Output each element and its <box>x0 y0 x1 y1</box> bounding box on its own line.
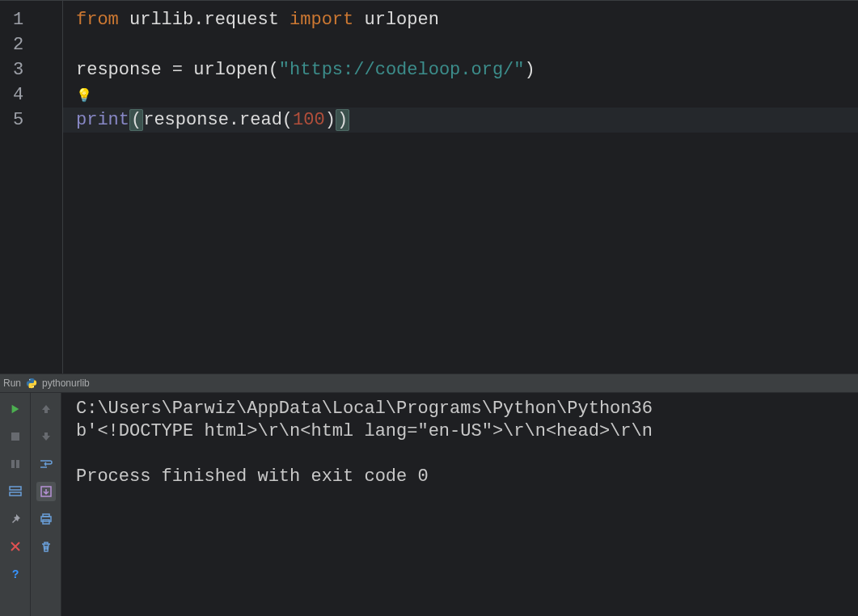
clear-all-button[interactable] <box>36 537 56 556</box>
line-number: 2 <box>13 32 62 57</box>
pause-button[interactable] <box>6 454 25 474</box>
run-toolbar-left: ? <box>0 393 31 616</box>
pin-button[interactable] <box>6 509 25 529</box>
svg-rect-2 <box>11 432 19 441</box>
code-line-3[interactable]: response = urlopen("https://codeloop.org… <box>76 57 858 82</box>
rerun-button[interactable] <box>6 399 25 419</box>
line-number: 5 <box>13 108 62 133</box>
intention-bulb-icon[interactable]: 💡 <box>76 84 92 109</box>
help-button[interactable]: ? <box>6 564 25 584</box>
svg-rect-5 <box>10 487 21 490</box>
code-editor[interactable]: 1 2 3 4 5 from urllib.request import url… <box>0 0 858 373</box>
arrow-up-button[interactable] <box>36 399 56 419</box>
code-area[interactable]: from urllib.request import urlopen respo… <box>63 1 858 373</box>
run-tool-window-header[interactable]: Run pythonurlib <box>0 373 858 393</box>
svg-rect-3 <box>11 460 15 468</box>
scroll-to-end-button[interactable] <box>36 482 56 501</box>
arrow-down-button[interactable] <box>36 427 56 446</box>
svg-text:?: ? <box>12 568 19 580</box>
line-number: 3 <box>13 57 62 82</box>
stop-button[interactable] <box>6 427 25 446</box>
svg-rect-4 <box>16 460 19 468</box>
run-toolbar-right <box>31 393 61 616</box>
code-line-2[interactable] <box>76 32 858 57</box>
console-line: b'<!DOCTYPE html>\r\n<html lang="en-US">… <box>76 421 653 441</box>
svg-rect-6 <box>10 492 21 496</box>
svg-point-0 <box>29 379 30 380</box>
svg-point-1 <box>33 386 34 387</box>
python-icon <box>26 378 37 389</box>
line-number: 1 <box>13 7 62 32</box>
run-config-name[interactable]: pythonurlib <box>42 378 90 389</box>
layout-button[interactable] <box>6 482 25 501</box>
line-number-gutter: 1 2 3 4 5 <box>0 1 63 373</box>
console-line: C:\Users\Parwiz\AppData\Local\Programs\P… <box>76 399 653 419</box>
run-console-panel: ? C:\Users\Parwiz\AppData\Local\Programs… <box>0 393 858 616</box>
line-number: 4 <box>13 82 62 108</box>
soft-wrap-button[interactable] <box>36 454 56 474</box>
code-line-1[interactable]: from urllib.request import urlopen <box>76 7 858 32</box>
print-button[interactable] <box>36 509 56 529</box>
console-line: Process finished with exit code 0 <box>76 466 429 487</box>
console-output[interactable]: C:\Users\Parwiz\AppData\Local\Programs\P… <box>61 393 858 616</box>
close-button[interactable] <box>6 537 25 556</box>
code-line-4[interactable]: 💡 <box>76 82 858 108</box>
run-label: Run <box>3 378 21 389</box>
